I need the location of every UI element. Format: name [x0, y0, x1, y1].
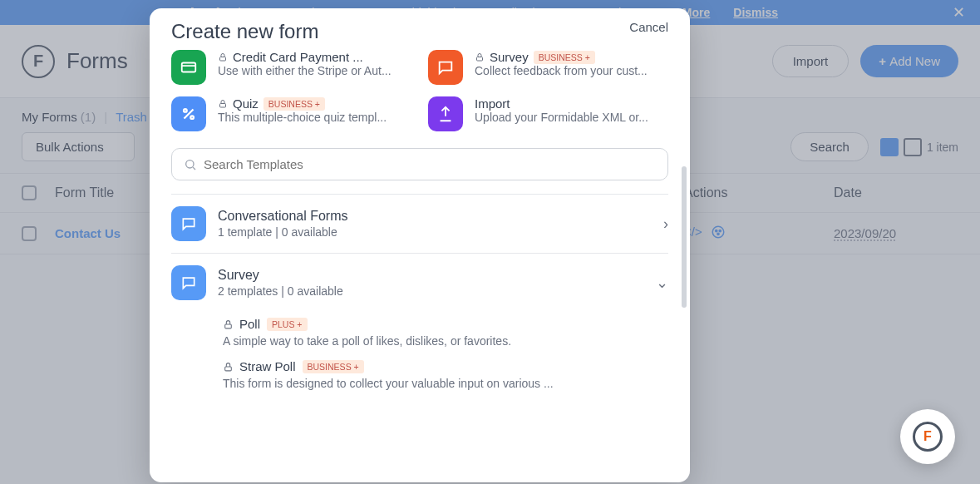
- subtemplate-title: Poll: [239, 317, 260, 331]
- plus-badge: PLUS +: [267, 318, 307, 331]
- svg-rect-4: [182, 63, 196, 72]
- subtemplate-straw-poll[interactable]: Straw Poll BUSINESS + This form is desig…: [223, 359, 668, 390]
- svg-point-9: [184, 109, 187, 112]
- lock-icon: [218, 99, 228, 109]
- template-title: Survey: [490, 50, 529, 64]
- category-title: Conversational Forms: [218, 209, 652, 224]
- chevron-down-icon: ⌄: [656, 274, 668, 292]
- category-sub: 2 templates | 0 available: [218, 284, 644, 298]
- chevron-right-icon: ›: [663, 215, 668, 233]
- help-fab[interactable]: F: [900, 409, 955, 464]
- chat-icon: [171, 206, 206, 241]
- subtemplate-poll[interactable]: Poll PLUS + A simple way to take a poll …: [223, 317, 668, 348]
- subtemplate-title: Straw Poll: [239, 359, 296, 373]
- app-logo-icon: F: [913, 422, 943, 452]
- svg-rect-6: [220, 57, 226, 61]
- survey-subtemplates: Poll PLUS + A simple way to take a poll …: [171, 312, 668, 390]
- category-title: Survey: [218, 268, 644, 283]
- template-desc: Upload your Formidable XML or...: [475, 111, 648, 124]
- business-badge: BUSINESS +: [303, 360, 364, 373]
- lock-icon: [218, 52, 228, 62]
- modal-title: Create new form: [171, 20, 318, 43]
- svg-rect-7: [477, 57, 483, 61]
- business-badge: BUSINESS +: [534, 51, 595, 64]
- upload-icon: [428, 96, 463, 131]
- svg-line-13: [193, 167, 195, 170]
- svg-rect-15: [225, 366, 232, 370]
- template-desc: Collect feedback from your cust...: [475, 64, 648, 77]
- template-title: Import: [475, 96, 510, 111]
- search-templates-input[interactable]: [171, 148, 668, 180]
- template-desc: Use with either the Stripe or Aut...: [218, 64, 392, 77]
- template-desc: This multiple-choice quiz templ...: [218, 111, 387, 124]
- modal-scrollbar[interactable]: [682, 166, 687, 308]
- business-badge: BUSINESS +: [263, 97, 325, 111]
- svg-rect-14: [225, 323, 232, 328]
- card-icon: [171, 50, 206, 85]
- chat-icon: [428, 50, 463, 85]
- category-sub: 1 template | 0 available: [218, 225, 652, 239]
- subtemplate-desc: This form is designed to collect your va…: [223, 377, 668, 390]
- search-icon: [184, 158, 197, 171]
- svg-line-8: [185, 110, 194, 119]
- template-title: Credit Card Payment ...: [233, 50, 363, 64]
- chat-icon: [171, 265, 206, 300]
- template-title: Quiz: [233, 96, 259, 111]
- lock-icon: [475, 52, 485, 62]
- template-credit-card[interactable]: Credit Card Payment ... Use with either …: [171, 50, 411, 85]
- category-conversational[interactable]: Conversational Forms 1 template | 0 avai…: [171, 194, 668, 253]
- svg-rect-11: [220, 103, 226, 107]
- lock-icon: [223, 362, 233, 372]
- template-survey[interactable]: Survey BUSINESS + Collect feedback from …: [428, 50, 668, 85]
- create-form-modal: Create new form Cancel Credit Card Payme…: [150, 8, 690, 482]
- svg-point-12: [186, 160, 194, 167]
- quick-templates: Credit Card Payment ... Use with either …: [150, 47, 690, 143]
- percent-icon: [171, 96, 206, 131]
- template-import[interactable]: Import Upload your Formidable XML or...: [428, 96, 668, 131]
- subtemplate-desc: A simple way to take a poll of likes, di…: [223, 334, 668, 348]
- category-survey[interactable]: Survey 2 templates | 0 available ⌄: [171, 253, 668, 312]
- svg-point-10: [190, 116, 194, 119]
- cancel-button[interactable]: Cancel: [629, 20, 668, 34]
- lock-icon: [223, 319, 233, 329]
- search-field[interactable]: [204, 157, 656, 171]
- template-quiz[interactable]: Quiz BUSINESS + This multiple-choice qui…: [171, 96, 411, 131]
